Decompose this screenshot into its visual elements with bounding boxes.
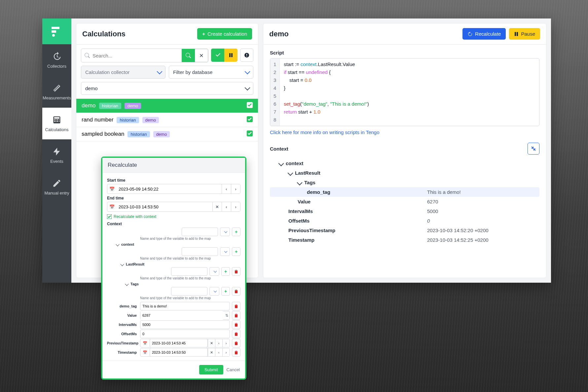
tree-node[interactable]: LastResult [107,262,240,266]
var-name-input[interactable] [171,267,207,276]
calendar-icon: 📅 [140,350,150,355]
var-type-select[interactable] [209,287,219,296]
detail-title: demo [269,30,289,38]
delete-button[interactable] [232,348,240,357]
delete-button[interactable] [232,330,240,338]
plus-icon: + [202,31,205,37]
recalculate-button[interactable]: Recalculate [462,28,506,40]
trash-icon [234,350,238,354]
delete-button[interactable] [232,302,240,310]
delete-button[interactable] [232,320,240,329]
calendar-icon: 📅 [140,341,150,345]
prev-ts-input[interactable] [150,339,208,347]
collapse-context-button[interactable] [528,143,539,155]
filter-paused-button[interactable] [224,49,238,62]
list-item[interactable]: demo historian demo [76,99,258,113]
calculation-name-select[interactable]: demo [81,82,253,95]
pause-button[interactable]: Pause [509,28,540,40]
interval-input[interactable] [140,320,230,329]
var-type-select[interactable] [209,267,219,276]
submit-button[interactable]: Submit [199,365,223,374]
context-label: Context [270,146,288,152]
nav-label: Collectors [47,64,66,69]
pause-icon [229,53,233,57]
add-var-button[interactable]: + [221,287,230,296]
svg-rect-1 [52,30,56,33]
tree-node[interactable]: LastResult [270,168,539,178]
calendar-icon: 📅 [107,204,117,209]
nav-collectors[interactable]: Collectors [42,44,71,76]
var-type-select[interactable] [220,247,230,256]
nav-measurements[interactable]: Measurements [42,76,71,108]
script-editor[interactable]: 12345678 start := context.LastResult.Val… [270,58,539,126]
database-filter-select[interactable]: Filter by database [169,66,253,79]
filter-error-button[interactable] [240,49,253,62]
prev-button[interactable]: ‹ [222,202,231,211]
collector-filter-select[interactable]: Calculation collector [81,66,165,79]
search-input[interactable] [81,49,182,62]
next-button[interactable]: › [222,339,230,347]
add-var-button[interactable]: + [221,267,230,276]
calculator-icon [52,115,61,125]
search-clear-button[interactable]: ✕ [195,49,208,62]
trash-icon [234,313,238,317]
field-label: IntervalMs [107,323,138,327]
prev-button[interactable]: ‹ [215,348,222,356]
list-item[interactable]: rand number historian demo [76,113,258,127]
script-help-link[interactable]: Click here for more info on writing scri… [270,129,380,135]
tree-node[interactable]: context [270,159,539,168]
next-button[interactable]: › [231,184,240,194]
svg-rect-4 [231,53,233,57]
check-icon [215,53,221,58]
tree-node[interactable]: Tags [270,178,539,187]
var-type-select[interactable] [220,228,230,236]
end-time-input[interactable] [117,204,212,209]
delete-button[interactable] [232,311,240,320]
delete-button[interactable] [232,287,240,296]
next-button[interactable]: › [222,348,230,356]
tree-leaf: demo_tagThis is a demo! [270,187,539,197]
nav-events[interactable]: Events [42,139,71,171]
recalculate-modal: Recalculate Start time 📅 ‹ › End time 📅 … [101,157,246,380]
status-check-icon [247,102,253,109]
start-time-input[interactable] [117,187,222,192]
delete-button[interactable] [232,267,240,276]
filter-enabled-button[interactable] [211,49,224,62]
refresh-icon [467,31,473,37]
trash-icon [234,269,238,273]
delete-button[interactable] [232,339,240,347]
search-submit-button[interactable] [182,49,195,62]
demo-tag-input[interactable] [140,302,230,310]
var-name-input[interactable] [182,247,218,256]
tree-node[interactable]: context [107,242,240,246]
tree-node[interactable]: Tags [107,282,240,286]
next-button[interactable]: › [231,202,240,211]
clear-button[interactable]: ✕ [212,202,222,211]
tag-demo: demo [125,103,141,109]
clear-button[interactable]: ✕ [208,348,215,356]
with-context-checkbox[interactable]: Recalculate with context [107,214,240,219]
cancel-button[interactable]: Cancel [227,365,240,374]
nav-manual-entry[interactable]: Manual entry [42,171,71,203]
ruler-icon [52,84,61,93]
var-name-input[interactable] [182,228,218,236]
add-var-button[interactable]: + [232,228,240,236]
status-check-icon [247,116,253,124]
prev-button[interactable]: ‹ [222,184,231,194]
tree-leaf: Timestamp2023-10-03 14:52:25 +0200 [270,235,539,245]
list-item[interactable]: sampled boolean historian demo [76,127,258,141]
var-name-input[interactable] [171,287,207,296]
trash-icon [234,304,238,308]
calculation-list: demo historian demo rand number historia… [76,99,258,141]
panel-title: Calculations [82,30,126,38]
prev-button[interactable]: ‹ [215,339,222,347]
ts-input[interactable] [150,348,208,357]
trash-icon [234,332,238,336]
add-var-button[interactable]: + [232,247,240,256]
clear-button[interactable]: ✕ [208,339,215,347]
value-input[interactable]: ⇅ [140,311,230,320]
code-content: start := context.LastResult.Value if sta… [280,58,373,126]
nav-calculations[interactable]: Calculations [42,108,71,139]
offset-input[interactable] [140,330,230,338]
create-calculation-button[interactable]: + Create calculation [197,28,252,40]
